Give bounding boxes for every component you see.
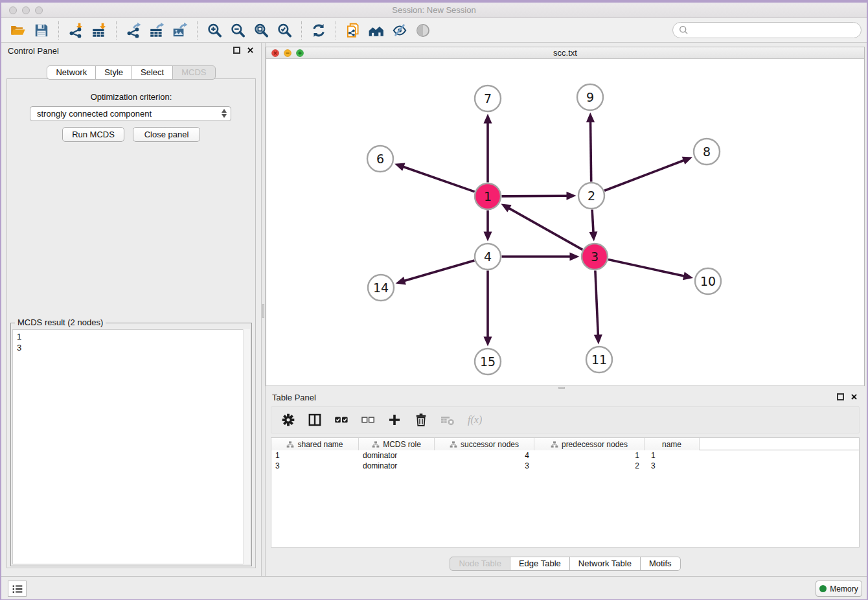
cell-shared-name[interactable]: 1 [271, 450, 359, 461]
edge-4-14[interactable] [404, 260, 474, 281]
network-graph: 7968124314101511 [266, 60, 864, 386]
search-box[interactable] [672, 22, 862, 38]
mcds-result-title: MCDS result (2 nodes) [15, 317, 106, 327]
export-table-icon[interactable] [145, 21, 168, 40]
memory-button[interactable]: Memory [816, 581, 862, 597]
edge-arrow-2-3 [589, 231, 598, 241]
unchecked-pair-icon[interactable] [360, 412, 376, 428]
node-label-9: 9 [586, 90, 594, 104]
zoom-selected-icon[interactable] [273, 21, 296, 40]
document-share-icon[interactable] [341, 21, 365, 40]
cell-successor-nodes[interactable]: 3 [435, 461, 534, 471]
import-table-icon[interactable] [87, 21, 111, 40]
cell-shared-name[interactable]: 3 [271, 461, 359, 471]
tab-network[interactable]: Network [47, 65, 96, 80]
tab-mcds[interactable]: MCDS [172, 65, 215, 80]
list-icon [10, 582, 25, 596]
save-icon[interactable] [30, 21, 53, 40]
hide-view-icon[interactable] [388, 21, 411, 40]
column-header-shared-name[interactable]: shared name [271, 438, 359, 450]
cell-name[interactable]: 3 [645, 461, 700, 471]
main-toolbar [1, 18, 867, 43]
zoom-window-icon[interactable] [35, 6, 43, 14]
minimize-network-icon[interactable] [284, 49, 291, 57]
edge-2-8[interactable] [604, 160, 685, 190]
mcds-result-line: 3 [17, 342, 246, 353]
edge-3-10[interactable] [608, 260, 685, 277]
search-icon [678, 24, 690, 36]
checked-pair-icon[interactable] [334, 412, 349, 428]
cell-MCDS-role[interactable]: dominator [359, 450, 435, 461]
task-history-button[interactable] [8, 581, 27, 597]
float-panel-icon[interactable] [233, 47, 240, 54]
mcds-result-box: MCDS result (2 nodes) 13 [10, 323, 252, 566]
horizontal-splitter-grip[interactable] [558, 387, 565, 389]
table-row[interactable]: 3dominator323 [271, 461, 859, 471]
edge-2-9[interactable] [591, 121, 591, 182]
cell-name[interactable]: 1 [645, 450, 700, 461]
network-canvas[interactable]: 7968124314101511 [266, 60, 864, 386]
close-window-icon[interactable] [9, 6, 17, 14]
tab-motifs[interactable]: Motifs [640, 557, 681, 571]
disabled-view-icon [411, 21, 435, 40]
vertical-splitter[interactable] [261, 43, 266, 576]
edge-3-1[interactable] [508, 208, 583, 250]
tab-node-table[interactable]: Node Table [450, 557, 510, 571]
tab-edge-table[interactable]: Edge Table [510, 557, 570, 571]
export-network-icon[interactable] [122, 21, 145, 40]
tab-select[interactable]: Select [131, 65, 173, 80]
gear-icon[interactable] [280, 412, 296, 428]
zoom-fit-icon[interactable] [249, 21, 273, 40]
toolbar-separator [116, 21, 117, 40]
cell-MCDS-role[interactable]: dominator [359, 461, 435, 471]
tab-style[interactable]: Style [95, 65, 132, 80]
edge-1-2[interactable] [502, 196, 568, 196]
tab-network-table[interactable]: Network Table [569, 557, 641, 571]
table-row[interactable]: 1dominator411 [271, 450, 859, 461]
table-toolbar: f(x) [271, 406, 860, 433]
column-header-successor-nodes[interactable]: successor nodes [435, 438, 534, 450]
close-panel-button[interactable]: Close panel [133, 127, 200, 142]
node-label-8: 8 [703, 144, 711, 159]
trash-icon[interactable] [413, 412, 429, 428]
dropdown-arrows-icon [222, 109, 227, 118]
close-network-icon[interactable] [271, 49, 279, 57]
result-scrollbar[interactable] [243, 329, 250, 564]
plus-icon[interactable] [387, 412, 402, 428]
vertical-splitter-grip[interactable] [262, 304, 264, 318]
table-header-row: shared nameMCDS rolesuccessor nodesprede… [271, 438, 859, 450]
open-folder-icon[interactable] [6, 21, 30, 40]
edge-arrow-1-2 [567, 192, 577, 200]
table-delete-icon [440, 412, 455, 428]
cell-predecessor-nodes[interactable]: 1 [534, 450, 645, 461]
memory-status-icon [819, 585, 827, 592]
cell-predecessor-nodes[interactable]: 2 [534, 461, 645, 471]
column-header-MCDS-role[interactable]: MCDS role [359, 438, 435, 450]
close-table-panel-icon[interactable] [850, 393, 858, 401]
home-overview-icon[interactable] [365, 21, 388, 40]
refresh-icon[interactable] [307, 21, 330, 40]
float-table-panel-icon[interactable] [837, 393, 844, 400]
edge-3-11[interactable] [595, 271, 599, 336]
mcds-result-text[interactable]: 13 [12, 329, 250, 564]
node-label-1: 1 [484, 189, 492, 203]
run-mcds-button[interactable]: Run MCDS [62, 127, 124, 142]
export-image-icon[interactable] [168, 21, 192, 40]
svg-text:f(x): f(x) [468, 414, 482, 426]
column-header-predecessor-nodes[interactable]: predecessor nodes [534, 438, 645, 450]
cell-successor-nodes[interactable]: 4 [435, 450, 534, 461]
edge-2-3[interactable] [592, 210, 593, 233]
close-panel-icon[interactable] [246, 46, 255, 54]
edge-1-6[interactable] [403, 167, 475, 192]
zoom-out-icon[interactable] [226, 21, 249, 40]
search-input[interactable] [690, 24, 861, 37]
minimize-window-icon[interactable] [22, 6, 30, 14]
zoom-in-icon[interactable] [203, 21, 226, 40]
tree-icon [450, 441, 457, 448]
column-header-name[interactable]: name [645, 438, 700, 450]
import-network-icon[interactable] [64, 21, 87, 40]
maximize-network-icon[interactable] [296, 49, 304, 57]
node-table: shared nameMCDS rolesuccessor nodesprede… [271, 437, 860, 548]
columns-icon[interactable] [307, 412, 323, 428]
criterion-dropdown[interactable]: strongly connected component [30, 106, 231, 121]
